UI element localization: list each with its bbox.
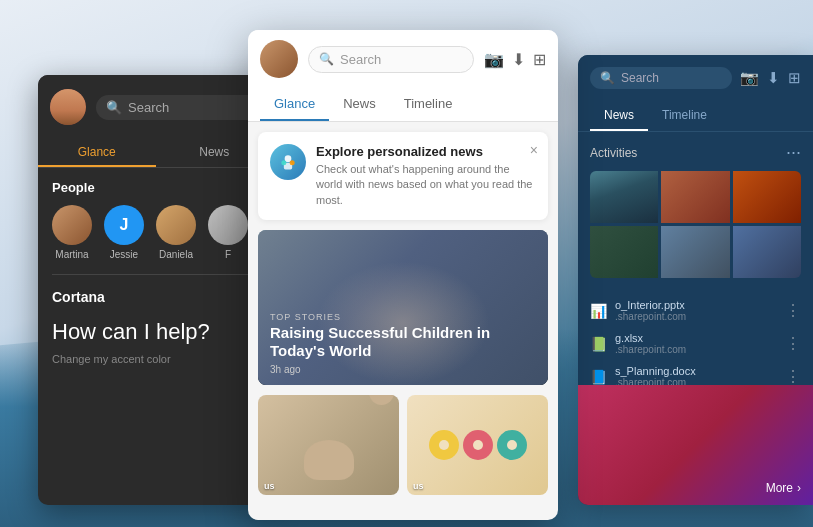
news-row: us us — [258, 395, 548, 495]
main-news-card[interactable]: TOP STORIES Raising Successful Children … — [258, 230, 548, 385]
tab-glance-center[interactable]: Glance — [260, 88, 329, 121]
tab-glance-left[interactable]: Glance — [38, 139, 156, 167]
center-avatar — [260, 40, 298, 78]
cortana-link[interactable]: Change my accent color — [52, 353, 259, 365]
center-search-bar[interactable]: 🔍 Search — [308, 46, 474, 73]
notification-card: Explore personalized news Check out what… — [258, 132, 548, 220]
center-search-label: Search — [340, 52, 381, 67]
search-label: Search — [128, 100, 169, 115]
grid-icon[interactable]: ⊞ — [533, 50, 546, 69]
file-site-1: .sharepoint.com — [615, 311, 777, 322]
file-more-icon-2[interactable]: ⋮ — [785, 334, 801, 353]
file-info-2: g.xlsx .sharepoint.com — [615, 332, 777, 355]
news-time: 3h ago — [270, 364, 536, 375]
tab-news-right[interactable]: News — [590, 101, 648, 131]
download-icon-right[interactable]: ⬇ — [767, 69, 780, 87]
svg-point-2 — [281, 160, 286, 165]
avatar-martina — [52, 205, 92, 245]
file-name-3: s_Planning.docx — [615, 365, 777, 377]
camera-icon-right[interactable]: 📷 — [740, 69, 759, 87]
news-label-us1: us — [264, 481, 275, 491]
person-name-martina: Martina — [55, 249, 88, 260]
camera-icon[interactable]: 📷 — [484, 50, 504, 69]
file-list: 📊 o_Interior.pptx .sharepoint.com ⋮ 📗 g.… — [578, 288, 813, 399]
close-icon[interactable]: × — [530, 142, 538, 158]
search-icon-right: 🔍 — [600, 71, 615, 85]
person-martina[interactable]: Martina — [52, 205, 92, 260]
notif-icon — [270, 144, 306, 180]
person-daniela[interactable]: Daniela — [156, 205, 196, 260]
left-header: 🔍 Search — [38, 75, 273, 139]
news-item-dog[interactable]: us — [258, 395, 399, 495]
grid-icon-right[interactable]: ⊞ — [788, 69, 801, 87]
search-bar-left[interactable]: 🔍 Search — [96, 95, 261, 120]
file-icon-pptx: 📊 — [590, 303, 607, 319]
tab-timeline-center[interactable]: Timeline — [390, 88, 467, 121]
news-headline: Raising Successful Children in Today's W… — [270, 324, 536, 360]
photo-grid — [590, 171, 801, 278]
center-header-icons: 📷 ⬇ ⊞ — [484, 50, 546, 69]
activities-section: Activities ··· — [578, 132, 813, 288]
news-label-us2: us — [413, 481, 424, 491]
photo-beach[interactable] — [661, 226, 729, 278]
file-item-2[interactable]: 📗 g.xlsx .sharepoint.com ⋮ — [578, 327, 813, 360]
person-fourth[interactable]: F — [208, 205, 248, 260]
right-header-icons: 📷 ⬇ ⊞ — [740, 69, 801, 87]
people-row: Martina J Jessie Daniela F — [38, 201, 273, 274]
cortana-section: Cortana How can I help? Change my accent… — [38, 275, 273, 379]
photo-autumn[interactable] — [733, 171, 801, 223]
news-tag: TOP STORIES — [270, 312, 536, 322]
more-label: More — [766, 481, 793, 495]
panel-center: 🔍 Search 📷 ⬇ ⊞ Glance News Timeline Expl… — [248, 30, 558, 520]
center-header: 🔍 Search 📷 ⬇ ⊞ — [248, 30, 558, 88]
person-name-jessie: Jessie — [110, 249, 138, 260]
notif-desc: Check out what's happening around the wo… — [316, 162, 536, 208]
photo-patchwork[interactable] — [661, 171, 729, 223]
photo-group[interactable] — [733, 226, 801, 278]
avatar-fourth — [208, 205, 248, 245]
dog-head — [369, 395, 394, 405]
activities-more-icon[interactable]: ··· — [786, 142, 801, 163]
file-icon-xlsx: 📗 — [590, 336, 607, 352]
activities-title: Activities — [590, 146, 637, 160]
right-tabs: News Timeline — [578, 101, 813, 132]
person-name-daniela: Daniela — [159, 249, 193, 260]
download-icon[interactable]: ⬇ — [512, 50, 525, 69]
more-button[interactable]: More › — [766, 481, 801, 495]
center-tabs: Glance News Timeline — [248, 88, 558, 122]
cortana-title: Cortana — [52, 289, 259, 305]
file-icon-docx: 📘 — [590, 369, 607, 385]
tab-timeline-right[interactable]: Timeline — [648, 101, 721, 131]
avatar-jessie: J — [104, 205, 144, 245]
news-card-overlay: TOP STORIES Raising Successful Children … — [258, 302, 548, 385]
svg-point-3 — [290, 160, 295, 165]
right-search-label: Search — [621, 71, 659, 85]
avatar — [50, 89, 86, 125]
right-bottom-panel: More › — [578, 385, 813, 505]
search-icon: 🔍 — [106, 100, 122, 115]
file-info-1: o_Interior.pptx .sharepoint.com — [615, 299, 777, 322]
file-name-1: o_Interior.pptx — [615, 299, 777, 311]
file-site-2: .sharepoint.com — [615, 344, 777, 355]
tab-news-center[interactable]: News — [329, 88, 390, 121]
photo-forest[interactable] — [590, 226, 658, 278]
avatar-daniela — [156, 205, 196, 245]
cortana-question: How can I help? — [52, 319, 259, 345]
donut-teal — [497, 430, 527, 460]
file-name-2: g.xlsx — [615, 332, 777, 344]
search-icon-center: 🔍 — [319, 52, 334, 66]
arrow-right-icon: › — [797, 481, 801, 495]
svg-point-0 — [285, 155, 292, 162]
file-item-1[interactable]: 📊 o_Interior.pptx .sharepoint.com ⋮ — [578, 294, 813, 327]
news-item-donuts[interactable]: us — [407, 395, 548, 495]
file-more-icon-1[interactable]: ⋮ — [785, 301, 801, 320]
file-more-icon-3[interactable]: ⋮ — [785, 367, 801, 386]
right-search-bar[interactable]: 🔍 Search — [590, 67, 732, 89]
left-tabs: Glance News — [38, 139, 273, 168]
photo-mountain[interactable] — [590, 171, 658, 223]
donut-pink — [463, 430, 493, 460]
activities-header: Activities ··· — [590, 142, 801, 163]
donut-yellow — [429, 430, 459, 460]
news-card-image: TOP STORIES Raising Successful Children … — [258, 230, 548, 385]
person-jessie[interactable]: J Jessie — [104, 205, 144, 260]
